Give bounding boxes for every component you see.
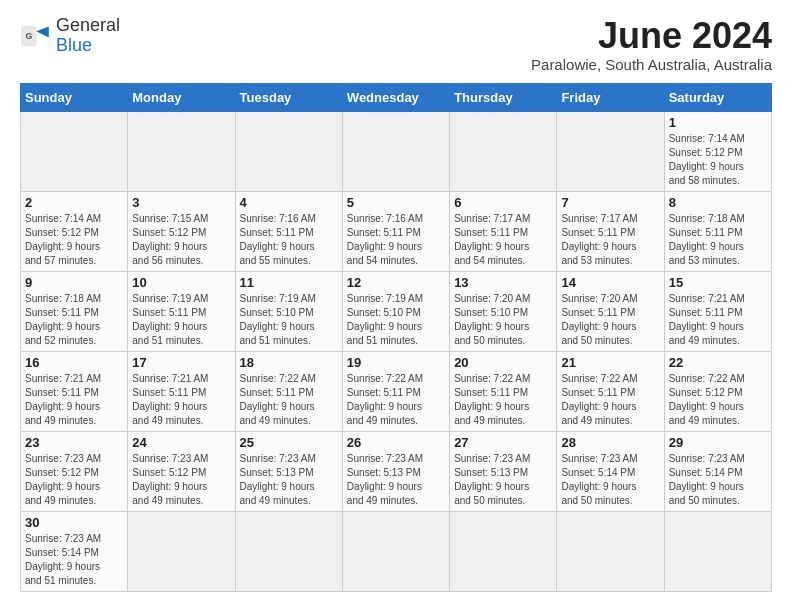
calendar-cell — [21, 111, 128, 191]
day-info: Sunrise: 7:19 AMSunset: 5:10 PMDaylight:… — [240, 292, 338, 348]
calendar-cell: 21Sunrise: 7:22 AMSunset: 5:11 PMDayligh… — [557, 351, 664, 431]
calendar-cell: 17Sunrise: 7:21 AMSunset: 5:11 PMDayligh… — [128, 351, 235, 431]
calendar-cell: 27Sunrise: 7:23 AMSunset: 5:13 PMDayligh… — [450, 431, 557, 511]
day-info: Sunrise: 7:14 AMSunset: 5:12 PMDaylight:… — [25, 212, 123, 268]
column-header-wednesday: Wednesday — [342, 83, 449, 111]
day-number: 20 — [454, 355, 552, 370]
calendar-cell: 25Sunrise: 7:23 AMSunset: 5:13 PMDayligh… — [235, 431, 342, 511]
calendar-cell: 30Sunrise: 7:23 AMSunset: 5:14 PMDayligh… — [21, 511, 128, 591]
logo: G General Blue — [20, 16, 120, 56]
day-number: 4 — [240, 195, 338, 210]
calendar-cell — [557, 511, 664, 591]
calendar-subtitle: Paralowie, South Australia, Australia — [531, 56, 772, 73]
calendar-cell: 18Sunrise: 7:22 AMSunset: 5:11 PMDayligh… — [235, 351, 342, 431]
logo-icon: G — [20, 20, 52, 52]
day-number: 18 — [240, 355, 338, 370]
calendar-cell: 14Sunrise: 7:20 AMSunset: 5:11 PMDayligh… — [557, 271, 664, 351]
day-number: 3 — [132, 195, 230, 210]
day-number: 7 — [561, 195, 659, 210]
day-info: Sunrise: 7:19 AMSunset: 5:10 PMDaylight:… — [347, 292, 445, 348]
day-number: 22 — [669, 355, 767, 370]
day-info: Sunrise: 7:15 AMSunset: 5:12 PMDaylight:… — [132, 212, 230, 268]
calendar-cell: 11Sunrise: 7:19 AMSunset: 5:10 PMDayligh… — [235, 271, 342, 351]
day-number: 26 — [347, 435, 445, 450]
day-info: Sunrise: 7:22 AMSunset: 5:11 PMDaylight:… — [347, 372, 445, 428]
calendar-cell — [235, 511, 342, 591]
day-number: 12 — [347, 275, 445, 290]
day-info: Sunrise: 7:23 AMSunset: 5:14 PMDaylight:… — [561, 452, 659, 508]
day-number: 15 — [669, 275, 767, 290]
calendar-cell: 23Sunrise: 7:23 AMSunset: 5:12 PMDayligh… — [21, 431, 128, 511]
calendar-cell — [450, 111, 557, 191]
column-header-saturday: Saturday — [664, 83, 771, 111]
day-info: Sunrise: 7:23 AMSunset: 5:13 PMDaylight:… — [454, 452, 552, 508]
calendar-cell: 28Sunrise: 7:23 AMSunset: 5:14 PMDayligh… — [557, 431, 664, 511]
calendar-cell — [557, 111, 664, 191]
calendar-title: June 2024 — [531, 16, 772, 56]
calendar-week-row: 30Sunrise: 7:23 AMSunset: 5:14 PMDayligh… — [21, 511, 772, 591]
svg-text:G: G — [25, 31, 32, 41]
day-info: Sunrise: 7:21 AMSunset: 5:11 PMDaylight:… — [669, 292, 767, 348]
calendar-cell: 24Sunrise: 7:23 AMSunset: 5:12 PMDayligh… — [128, 431, 235, 511]
day-number: 6 — [454, 195, 552, 210]
logo-line1: General — [56, 16, 120, 36]
logo-text: General Blue — [56, 16, 120, 56]
day-info: Sunrise: 7:21 AMSunset: 5:11 PMDaylight:… — [132, 372, 230, 428]
column-header-friday: Friday — [557, 83, 664, 111]
calendar-cell — [342, 111, 449, 191]
day-info: Sunrise: 7:16 AMSunset: 5:11 PMDaylight:… — [240, 212, 338, 268]
day-number: 30 — [25, 515, 123, 530]
calendar-cell: 6Sunrise: 7:17 AMSunset: 5:11 PMDaylight… — [450, 191, 557, 271]
calendar-cell: 10Sunrise: 7:19 AMSunset: 5:11 PMDayligh… — [128, 271, 235, 351]
day-info: Sunrise: 7:23 AMSunset: 5:13 PMDaylight:… — [347, 452, 445, 508]
day-info: Sunrise: 7:19 AMSunset: 5:11 PMDaylight:… — [132, 292, 230, 348]
title-section: June 2024 Paralowie, South Australia, Au… — [531, 16, 772, 73]
day-number: 24 — [132, 435, 230, 450]
calendar-cell: 3Sunrise: 7:15 AMSunset: 5:12 PMDaylight… — [128, 191, 235, 271]
calendar-cell: 15Sunrise: 7:21 AMSunset: 5:11 PMDayligh… — [664, 271, 771, 351]
calendar-cell: 29Sunrise: 7:23 AMSunset: 5:14 PMDayligh… — [664, 431, 771, 511]
calendar-cell: 22Sunrise: 7:22 AMSunset: 5:12 PMDayligh… — [664, 351, 771, 431]
calendar-week-row: 1Sunrise: 7:14 AMSunset: 5:12 PMDaylight… — [21, 111, 772, 191]
day-info: Sunrise: 7:20 AMSunset: 5:11 PMDaylight:… — [561, 292, 659, 348]
day-info: Sunrise: 7:22 AMSunset: 5:12 PMDaylight:… — [669, 372, 767, 428]
day-number: 2 — [25, 195, 123, 210]
day-info: Sunrise: 7:18 AMSunset: 5:11 PMDaylight:… — [25, 292, 123, 348]
column-header-sunday: Sunday — [21, 83, 128, 111]
day-number: 11 — [240, 275, 338, 290]
calendar-cell: 16Sunrise: 7:21 AMSunset: 5:11 PMDayligh… — [21, 351, 128, 431]
svg-marker-2 — [36, 26, 49, 37]
calendar-cell: 2Sunrise: 7:14 AMSunset: 5:12 PMDaylight… — [21, 191, 128, 271]
calendar-cell: 13Sunrise: 7:20 AMSunset: 5:10 PMDayligh… — [450, 271, 557, 351]
day-number: 29 — [669, 435, 767, 450]
day-info: Sunrise: 7:22 AMSunset: 5:11 PMDaylight:… — [240, 372, 338, 428]
calendar-cell: 12Sunrise: 7:19 AMSunset: 5:10 PMDayligh… — [342, 271, 449, 351]
day-number: 21 — [561, 355, 659, 370]
calendar-week-row: 16Sunrise: 7:21 AMSunset: 5:11 PMDayligh… — [21, 351, 772, 431]
day-number: 14 — [561, 275, 659, 290]
calendar-cell: 19Sunrise: 7:22 AMSunset: 5:11 PMDayligh… — [342, 351, 449, 431]
day-number: 19 — [347, 355, 445, 370]
calendar-week-row: 23Sunrise: 7:23 AMSunset: 5:12 PMDayligh… — [21, 431, 772, 511]
calendar-cell — [450, 511, 557, 591]
calendar-cell: 8Sunrise: 7:18 AMSunset: 5:11 PMDaylight… — [664, 191, 771, 271]
day-info: Sunrise: 7:23 AMSunset: 5:13 PMDaylight:… — [240, 452, 338, 508]
calendar-cell: 1Sunrise: 7:14 AMSunset: 5:12 PMDaylight… — [664, 111, 771, 191]
day-number: 9 — [25, 275, 123, 290]
day-info: Sunrise: 7:20 AMSunset: 5:10 PMDaylight:… — [454, 292, 552, 348]
day-info: Sunrise: 7:23 AMSunset: 5:14 PMDaylight:… — [669, 452, 767, 508]
calendar-cell — [128, 511, 235, 591]
calendar-cell — [342, 511, 449, 591]
day-info: Sunrise: 7:22 AMSunset: 5:11 PMDaylight:… — [454, 372, 552, 428]
day-info: Sunrise: 7:17 AMSunset: 5:11 PMDaylight:… — [561, 212, 659, 268]
calendar-cell — [235, 111, 342, 191]
day-number: 8 — [669, 195, 767, 210]
column-header-tuesday: Tuesday — [235, 83, 342, 111]
day-info: Sunrise: 7:21 AMSunset: 5:11 PMDaylight:… — [25, 372, 123, 428]
calendar-week-row: 9Sunrise: 7:18 AMSunset: 5:11 PMDaylight… — [21, 271, 772, 351]
calendar-cell — [128, 111, 235, 191]
calendar-cell: 4Sunrise: 7:16 AMSunset: 5:11 PMDaylight… — [235, 191, 342, 271]
day-info: Sunrise: 7:18 AMSunset: 5:11 PMDaylight:… — [669, 212, 767, 268]
day-info: Sunrise: 7:23 AMSunset: 5:12 PMDaylight:… — [25, 452, 123, 508]
page-header: G General Blue June 2024 Paralowie, Sout… — [20, 16, 772, 73]
